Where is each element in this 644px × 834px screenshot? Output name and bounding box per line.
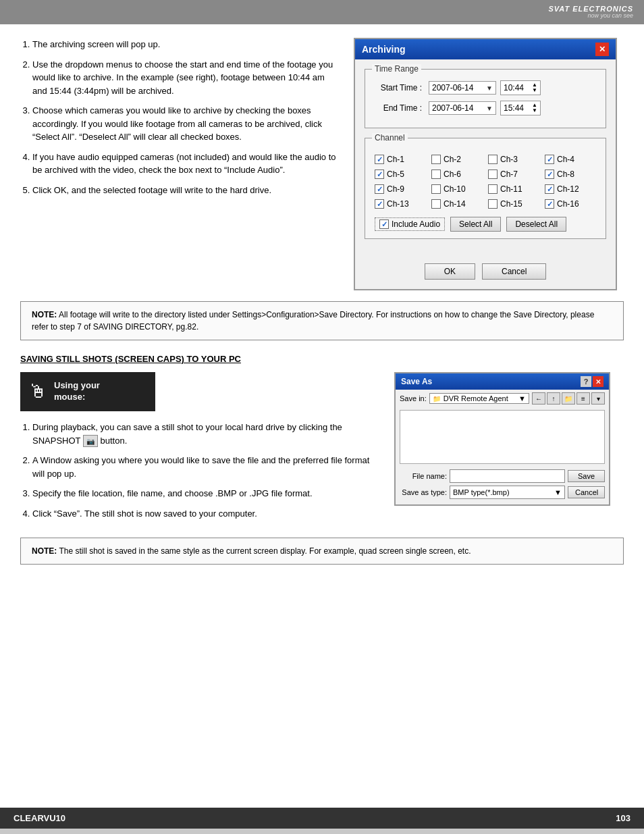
channel-checkbox[interactable] xyxy=(488,170,498,179)
channel-checkbox[interactable] xyxy=(431,199,441,209)
channel-item[interactable]: Ch-2 xyxy=(431,155,483,164)
list-item: Choose which cameras you would like to a… xyxy=(32,104,340,144)
channel-checkbox[interactable] xyxy=(375,199,384,209)
channel-label: Ch-9 xyxy=(387,184,404,194)
channel-label: Ch-4 xyxy=(557,155,574,164)
channel-item[interactable]: Ch-3 xyxy=(488,155,539,164)
channel-checkbox[interactable] xyxy=(375,170,384,179)
saveas-toolbar: Save in: 📁 DVR Remote Agent ▼ ← ↑ 📁 ≡ ▾ xyxy=(396,390,609,407)
channel-item[interactable]: Ch-10 xyxy=(431,184,483,194)
channel-item[interactable]: Ch-1 xyxy=(375,155,426,164)
footer-left: CLEARVU10 xyxy=(14,813,65,823)
start-time-value: 10:44 xyxy=(504,83,524,93)
end-date-value: 2007-06-14 xyxy=(432,103,473,113)
channel-checkbox[interactable] xyxy=(488,184,498,194)
end-time-spinner[interactable]: 15:44 ▲ ▼ xyxy=(500,101,541,115)
save-as-type-value: BMP type(*.bmp) xyxy=(453,488,510,496)
saveas-titlebar: Save As ? ✕ xyxy=(396,373,609,390)
time-range-group: Time Range Start Time : 2007-06-14 ▼ 10:… xyxy=(365,69,606,128)
note-box-bottom: NOTE: The still shot is saved in the sam… xyxy=(20,538,624,565)
saveas-close-button[interactable]: ✕ xyxy=(593,376,603,387)
bottom-section: 🖱 Using your mouse: During playback, you… xyxy=(20,372,624,527)
channel-item[interactable]: Ch-8 xyxy=(545,170,596,179)
channel-label: Ch-8 xyxy=(557,170,574,179)
new-folder-button[interactable]: 📁 xyxy=(562,392,575,405)
include-audio-control[interactable]: Include Audio xyxy=(375,217,445,231)
note-box-top: NOTE: All footage will write to the dire… xyxy=(20,301,624,340)
channel-checkbox[interactable] xyxy=(431,170,441,179)
footer-right: 103 xyxy=(616,813,630,823)
mouse-text-line1: Using your xyxy=(54,380,100,392)
channel-checkbox[interactable] xyxy=(545,199,554,209)
note-text-2: The still shot is saved in the same styl… xyxy=(57,546,471,556)
channel-label: Ch-11 xyxy=(500,184,522,194)
channel-label: Ch-7 xyxy=(500,170,518,179)
mouse-box: 🖱 Using your mouse: xyxy=(20,372,155,411)
dialog-title: Archiving xyxy=(362,44,406,55)
view-button2[interactable]: ▾ xyxy=(591,392,605,405)
channel-label: Ch-16 xyxy=(557,199,579,209)
back-button[interactable]: ← xyxy=(532,392,545,405)
up-button[interactable]: ↑ xyxy=(547,392,560,405)
spinner-arrows[interactable]: ▲ ▼ xyxy=(532,82,537,93)
list-item: A Window asking you where you would like… xyxy=(32,454,381,480)
end-time-row: End Time : 2007-06-14 ▼ 15:44 ▲ ▼ xyxy=(375,101,596,115)
channel-item[interactable]: Ch-9 xyxy=(375,184,426,194)
channel-item[interactable]: Ch-6 xyxy=(431,170,483,179)
note-prefix-2: NOTE: xyxy=(32,546,57,556)
dialog-footer: OK Cancel xyxy=(355,258,616,289)
channel-item[interactable]: Ch-7 xyxy=(488,170,539,179)
view-button[interactable]: ≡ xyxy=(576,392,590,405)
channel-item[interactable]: Ch-13 xyxy=(375,199,426,209)
spinner-arrows[interactable]: ▲ ▼ xyxy=(532,103,537,113)
channel-item[interactable]: Ch-16 xyxy=(545,199,596,209)
file-name-label: File name: xyxy=(400,472,447,480)
channel-item[interactable]: Ch-5 xyxy=(375,170,426,179)
mouse-icon: 🖱 xyxy=(28,377,47,406)
save-button[interactable]: Save xyxy=(568,470,605,482)
instructions-list-top: The archiving screen will pop up. Use th… xyxy=(20,38,340,197)
channel-checkbox[interactable] xyxy=(488,199,498,209)
channel-label: Ch-5 xyxy=(387,170,404,179)
channel-item[interactable]: Ch-15 xyxy=(488,199,539,209)
instructions-list-bottom: During playback, you can save a still sh… xyxy=(20,421,381,520)
page-footer: CLEARVU10 103 xyxy=(0,808,644,829)
start-date-value: 2007-06-14 xyxy=(432,83,473,93)
question-mark-icon[interactable]: ? xyxy=(581,376,591,387)
start-date-dropdown[interactable]: 2007-06-14 ▼ xyxy=(429,81,496,95)
file-name-row: File name: Save xyxy=(400,469,605,483)
save-in-dropdown[interactable]: 📁 DVR Remote Agent ▼ xyxy=(429,393,529,404)
list-item: During playback, you can save a still sh… xyxy=(32,421,381,447)
start-time-spinner[interactable]: 10:44 ▲ ▼ xyxy=(500,80,541,95)
channel-checkbox[interactable] xyxy=(545,155,554,164)
channel-title: Channel xyxy=(372,133,408,142)
channel-group: Channel Ch-1Ch-2Ch-3Ch-4Ch-5Ch-6Ch-7Ch-8… xyxy=(365,138,606,239)
list-item: Use the dropdown menus to choose the sta… xyxy=(32,58,340,98)
channel-checkbox[interactable] xyxy=(545,184,554,194)
include-audio-checkbox[interactable] xyxy=(379,219,389,229)
channel-checkbox[interactable] xyxy=(545,170,554,179)
snapshot-icon-inline: 📷 xyxy=(83,435,98,447)
end-date-dropdown[interactable]: 2007-06-14 ▼ xyxy=(429,101,496,115)
cancel-button[interactable]: Cancel xyxy=(482,263,546,280)
channel-item[interactable]: Ch-12 xyxy=(545,184,596,194)
file-name-input[interactable] xyxy=(450,469,565,483)
channel-item[interactable]: Ch-11 xyxy=(488,184,539,194)
saveas-cancel-button[interactable]: Cancel xyxy=(568,486,605,498)
channel-item[interactable]: Ch-4 xyxy=(545,155,596,164)
select-all-button[interactable]: Select All xyxy=(450,217,501,232)
channel-label: Ch-12 xyxy=(557,184,579,194)
channel-checkbox[interactable] xyxy=(431,155,441,164)
channel-checkbox[interactable] xyxy=(375,184,384,194)
channel-checkbox[interactable] xyxy=(488,155,498,164)
ok-button[interactable]: OK xyxy=(425,263,475,280)
save-as-type-dropdown[interactable]: BMP type(*.bmp) ▼ xyxy=(450,486,565,499)
left-column: The archiving screen will pop up. Use th… xyxy=(20,38,340,290)
channel-checkbox[interactable] xyxy=(375,155,384,164)
list-item: If you have audio equipped cameras (not … xyxy=(32,151,340,177)
dialog-close-button[interactable]: ✕ xyxy=(595,43,609,56)
channel-checkbox[interactable] xyxy=(431,184,441,194)
deselect-all-button[interactable]: Deselect All xyxy=(506,217,566,232)
note-prefix: NOTE: xyxy=(32,310,57,319)
channel-item[interactable]: Ch-14 xyxy=(431,199,483,209)
